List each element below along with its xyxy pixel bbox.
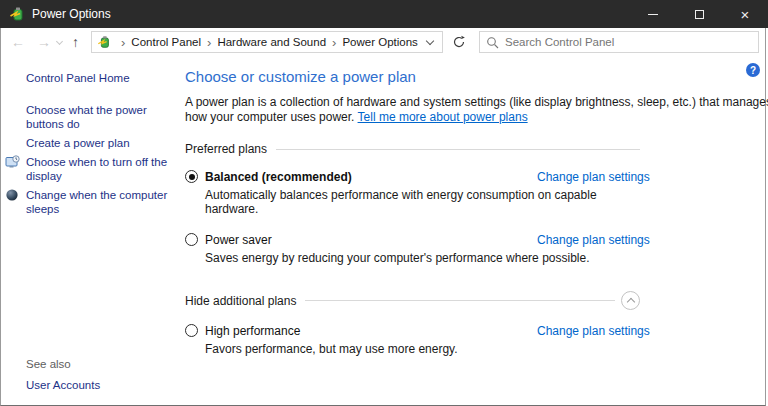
sleep-icon	[5, 188, 19, 205]
tell-me-more-link[interactable]: Tell me more about power plans	[358, 110, 528, 124]
toolbar: ← → ↑ › Control Panel › Hardware and Sou…	[1, 28, 765, 56]
power-options-icon	[9, 6, 25, 22]
change-plan-settings-link-high-performance[interactable]: Change plan settings	[537, 324, 650, 338]
power-options-window: Power Options × ← → ↑ ›	[0, 0, 768, 406]
close-button[interactable]: ×	[722, 0, 768, 28]
window-controls: ×	[630, 0, 768, 28]
window-frame: ← → ↑ › Control Panel › Hardware and Sou…	[0, 28, 766, 406]
maximize-button[interactable]	[676, 0, 722, 28]
plan-description: Favors performance, but may use more ene…	[205, 342, 640, 356]
collapse-section-button[interactable]	[621, 291, 640, 310]
sidebar-item-power-buttons[interactable]: Choose what the power buttons do	[1, 103, 173, 131]
up-arrow-icon: ↑	[72, 34, 79, 50]
section-header-preferred-plans: Preferred plans	[185, 142, 640, 156]
intro-paragraph: A power plan is a collection of hardware…	[185, 95, 768, 125]
plan-description: Automatically balances performance with …	[205, 188, 640, 216]
sidebar-item-create-power-plan[interactable]: Create a power plan	[1, 136, 173, 150]
radio-power-saver[interactable]	[185, 233, 198, 246]
maximize-icon	[695, 10, 704, 19]
breadcrumb-separator: ›	[115, 36, 131, 49]
search-icon	[486, 36, 499, 49]
section-label: Preferred plans	[185, 142, 267, 156]
forward-button[interactable]: →	[31, 33, 57, 51]
breadcrumb-hardware-and-sound[interactable]: Hardware and Sound	[217, 36, 326, 48]
main-panel: Choose or customize a power plan A power…	[179, 56, 768, 405]
plan-row: Power saver Change plan settings	[185, 232, 640, 247]
help-icon: ?	[750, 65, 756, 76]
sidebar-item-label: Create a power plan	[26, 137, 130, 149]
refresh-icon	[452, 35, 466, 49]
breadcrumb-separator: ›	[326, 36, 342, 49]
refresh-button[interactable]	[449, 31, 469, 53]
plan-high-performance: High performance Change plan settings Fa…	[185, 323, 640, 356]
change-plan-settings-link-balanced[interactable]: Change plan settings	[537, 170, 650, 184]
section-label: Hide additional plans	[185, 294, 296, 308]
section-header-hide-additional-plans: Hide additional plans	[185, 291, 640, 310]
sidebar: Control Panel Home Choose what the power…	[1, 56, 179, 405]
section-divider	[305, 300, 615, 301]
plan-name[interactable]: Balanced (recommended)	[205, 170, 352, 184]
titlebar: Power Options ×	[0, 0, 768, 28]
sidebar-item-computer-sleeps[interactable]: Change when the computer sleeps	[1, 188, 173, 216]
minimize-button[interactable]	[630, 0, 676, 28]
plan-balanced: Balanced (recommended) Change plan setti…	[185, 169, 640, 216]
address-dropdown-chevron-icon[interactable]	[426, 36, 434, 44]
window-title: Power Options	[32, 7, 111, 21]
plan-row: High performance Change plan settings	[185, 323, 640, 338]
sidebar-item-label: Choose what the power buttons do	[26, 104, 147, 130]
sidebar-item-control-panel-home[interactable]: Control Panel Home	[1, 71, 173, 85]
plan-name[interactable]: Power saver	[205, 233, 272, 247]
close-icon: ×	[741, 7, 750, 22]
recent-pages-chevron-icon[interactable]	[56, 37, 63, 44]
breadcrumb-control-panel[interactable]: Control Panel	[131, 36, 201, 48]
change-plan-settings-link-power-saver[interactable]: Change plan settings	[537, 233, 650, 247]
page-title: Choose or customize a power plan	[185, 68, 768, 85]
plan-description: Saves energy by reducing your computer's…	[205, 251, 640, 265]
plan-power-saver: Power saver Change plan settings Saves e…	[185, 232, 640, 265]
section-divider	[276, 149, 640, 150]
minimize-icon	[648, 14, 658, 15]
radio-high-performance[interactable]	[185, 324, 198, 337]
search-input[interactable]	[505, 36, 752, 48]
chevron-up-icon	[626, 298, 634, 306]
breadcrumb-separator: ›	[201, 36, 217, 49]
plan-row: Balanced (recommended) Change plan setti…	[185, 169, 640, 184]
forward-arrow-icon: →	[37, 34, 51, 50]
sidebar-item-label: Change when the computer sleeps	[26, 189, 167, 215]
see-also-section: See also User Accounts	[26, 358, 100, 391]
content-area: Control Panel Home Choose what the power…	[1, 56, 765, 405]
address-bar[interactable]: › Control Panel › Hardware and Sound › P…	[91, 31, 443, 53]
back-arrow-icon: ←	[11, 34, 25, 50]
sidebar-item-user-accounts[interactable]: User Accounts	[26, 379, 100, 391]
display-timeout-icon	[5, 155, 20, 172]
power-options-icon	[97, 35, 111, 49]
sidebar-item-label: Choose when to turn off the display	[26, 156, 167, 182]
back-button[interactable]: ←	[5, 33, 31, 51]
search-box[interactable]	[479, 31, 759, 53]
help-button[interactable]: ?	[746, 63, 760, 77]
plan-name[interactable]: High performance	[205, 324, 300, 338]
sidebar-item-turn-off-display[interactable]: Choose when to turn off the display	[1, 155, 173, 183]
see-also-heading: See also	[26, 358, 100, 370]
radio-balanced[interactable]	[185, 170, 198, 183]
breadcrumb-power-options[interactable]: Power Options	[342, 36, 417, 48]
sidebar-item-label: Control Panel Home	[26, 72, 130, 84]
up-button[interactable]: ↑	[66, 33, 85, 51]
